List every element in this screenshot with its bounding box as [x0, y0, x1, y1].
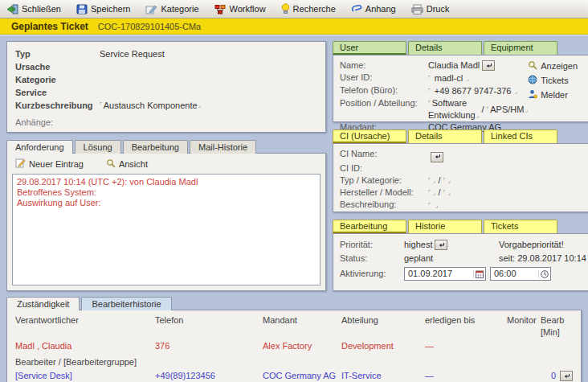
- action-label: Tickets: [541, 76, 568, 85]
- user-position-row: Position / Abteilung: Software Entwicklu…: [340, 97, 528, 121]
- field-label: Anhänge:: [15, 116, 100, 129]
- user-position-field[interactable]: Software Entwicklung: [428, 97, 479, 121]
- field-label: Priorität:: [340, 238, 404, 252]
- user-goto-button[interactable]: [482, 60, 495, 71]
- status-value: geplant: [404, 252, 499, 265]
- tab-tickets[interactable]: Tickets: [484, 220, 557, 233]
- user-department-field[interactable]: APS/HM: [487, 104, 529, 116]
- field-label: Ursache: [15, 60, 100, 73]
- responsibility-tabs: Zuständigkeit Bearbeiterhistorie: [6, 297, 582, 310]
- status-row: Status: geplant seit: 29.08.2017 10:14: [340, 252, 588, 265]
- new-entry-icon: [15, 158, 26, 170]
- clock-icon[interactable]: [538, 270, 549, 278]
- table-cell: IT-Service: [341, 370, 423, 382]
- field-row-typ: Typ Service Request: [15, 47, 317, 60]
- user-id-field[interactable]: madl-cl: [428, 72, 469, 84]
- content-area: Typ Service Request Ursache Kategorie Se…: [0, 35, 588, 382]
- tab-linked-cis[interactable]: Linked CIs: [484, 129, 557, 143]
- tab-mail-historie[interactable]: Mail-Historie: [190, 140, 256, 154]
- field-row-kurzbeschreibung: Kurzbeschreibung Austausch Komponente: [15, 99, 317, 112]
- responsibility-panel: Verantwortlicher Telefon Mandant Abteilu…: [6, 310, 582, 382]
- tab-ci-details[interactable]: Details: [408, 129, 482, 143]
- toolbar-button-label: Speichern: [91, 4, 131, 14]
- minutes-value: 0: [551, 370, 556, 382]
- responsible-name-cell[interactable]: Madl , Claudia: [15, 340, 153, 352]
- action-label: Melder: [541, 90, 568, 100]
- entry-line: Betroffenes System:: [17, 187, 316, 198]
- short-description-field[interactable]: Austausch Komponente: [100, 99, 201, 112]
- tab-ci-ursache[interactable]: CI (Ursache): [333, 129, 406, 143]
- category-button[interactable]: Kategorie: [145, 4, 198, 14]
- save-button[interactable]: Speichern: [76, 4, 131, 14]
- ci-tabs: CI (Ursache) Details Linked CIs: [333, 129, 588, 143]
- entry-text-area[interactable]: 29.08.2017 10:14 (UTC +2): von Claudia M…: [12, 174, 321, 285]
- minutes-edit-button[interactable]: [560, 371, 573, 381]
- request-entry-panel: Neuer Eintrag Ansicht 29.08.2017 10:14 (…: [6, 153, 326, 291]
- attachment-button[interactable]: Anhang: [351, 4, 396, 14]
- ci-goto-button[interactable]: [431, 152, 443, 162]
- table-cell: [541, 340, 573, 352]
- close-button[interactable]: Schließen: [6, 4, 61, 14]
- reporter-button[interactable]: Melder: [528, 89, 588, 101]
- user-phone-field[interactable]: +49 8677 9747-376: [428, 85, 517, 97]
- workflow-icon: [214, 4, 227, 14]
- field-label: Status:: [340, 252, 404, 265]
- main-toolbar: Schließen Speichern Kategorie Workflow R…: [0, 0, 588, 18]
- tab-anforderung[interactable]: Anforderung: [6, 140, 73, 154]
- table-cell: [507, 340, 539, 352]
- processing-tabs: Bearbeitung Historie Tickets: [333, 220, 588, 233]
- ticket-titlebar: Geplantes Ticket COC-170829101405-CMa: [0, 18, 588, 35]
- user-tickets-button[interactable]: Tickets: [528, 75, 588, 86]
- save-icon: [76, 4, 88, 14]
- workflow-button[interactable]: Workflow: [214, 4, 266, 14]
- research-button[interactable]: Recherche: [281, 3, 336, 14]
- priority-select-button[interactable]: [435, 240, 447, 250]
- ci-model-field[interactable]: [443, 187, 451, 199]
- ci-type-field[interactable]: [428, 175, 436, 187]
- view-button[interactable]: Ansicht: [106, 158, 148, 170]
- ci-description-field[interactable]: [428, 199, 439, 212]
- minutes-cell: 0: [541, 370, 573, 382]
- tab-user-details[interactable]: Details: [408, 41, 482, 55]
- tab-processing[interactable]: Bearbeitung: [333, 220, 406, 233]
- field-label: Service: [15, 86, 100, 99]
- table-cell: Alex Factory: [263, 340, 340, 352]
- show-user-button[interactable]: Anzeigen: [528, 60, 588, 72]
- new-entry-label: Neuer Eintrag: [29, 159, 84, 169]
- tab-bearbeiterhistorie[interactable]: Bearbeiterhistorie: [81, 297, 171, 310]
- activation-date-input[interactable]: [408, 267, 473, 281]
- tab-equipment[interactable]: Equipment: [484, 41, 557, 55]
- field-value: Service Request: [100, 47, 165, 60]
- tab-bearbeitung[interactable]: Bearbeitung: [123, 140, 188, 154]
- tab-user[interactable]: User: [333, 41, 406, 55]
- calendar-icon[interactable]: [473, 270, 484, 278]
- view-label: Ansicht: [119, 159, 148, 169]
- magnifier-icon: [106, 158, 116, 170]
- field-row-ursache: Ursache: [15, 60, 317, 73]
- editor-name-cell[interactable]: [Service Desk]: [15, 370, 153, 382]
- ci-category-field[interactable]: [443, 175, 451, 187]
- ci-manufacturer-field[interactable]: [428, 187, 436, 199]
- print-button[interactable]: Druck: [411, 4, 450, 14]
- ci-description-row: Beschreibung:: [340, 199, 588, 212]
- print-icon: [411, 4, 423, 14]
- ticket-fields-panel: Typ Service Request Ursache Kategorie Se…: [6, 41, 326, 133]
- priority-row: Priorität: highest Vorgabepriorität!: [340, 238, 588, 252]
- activation-time-input[interactable]: [494, 267, 538, 281]
- person-icon: [528, 89, 537, 101]
- processing-panel: Priorität: highest Vorgabepriorität! Sta…: [333, 233, 588, 291]
- field-label: Aktivierung:: [340, 267, 404, 281]
- column-header: Verantwortlicher: [15, 314, 153, 339]
- user-phone-row: Telefon (Büro): +49 8677 9747-376: [340, 84, 528, 97]
- tab-history[interactable]: Historie: [408, 220, 482, 233]
- new-entry-button[interactable]: Neuer Eintrag: [15, 158, 84, 170]
- field-label: CI ID:: [340, 162, 428, 175]
- column-header: Bearb [Min]: [541, 314, 573, 339]
- tab-loesung[interactable]: Lösung: [75, 140, 121, 154]
- toolbar-button-label: Anhang: [365, 4, 396, 14]
- table-cell: 376: [155, 340, 261, 352]
- field-label: Kategorie: [15, 73, 100, 86]
- user-panel: Name: Claudia Madl User ID: madl-cl: [333, 55, 588, 122]
- tab-zustaendigkeit[interactable]: Zuständigkeit: [6, 297, 80, 310]
- status-note: seit: 29.08.2017 10:14: [499, 252, 586, 265]
